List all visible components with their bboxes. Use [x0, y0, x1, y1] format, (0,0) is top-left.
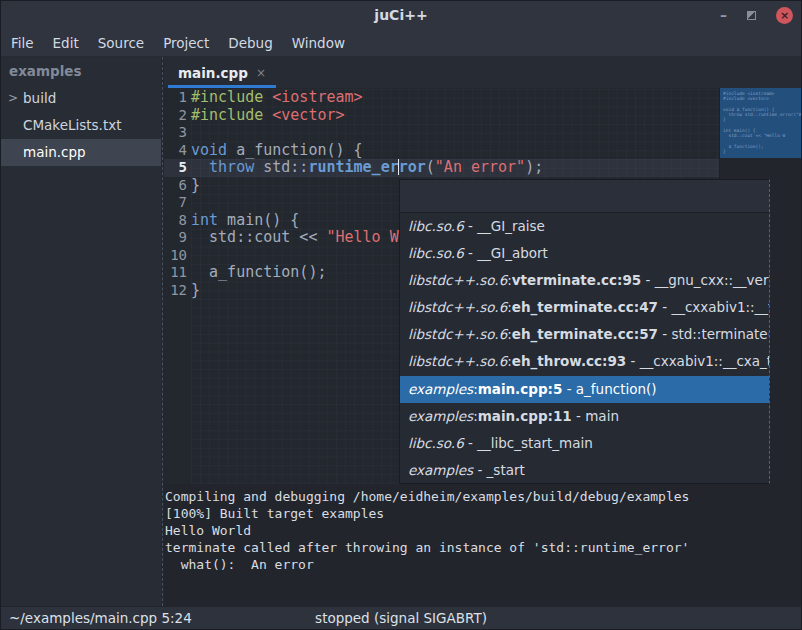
- backtrace-segment: eh_terminate.cc:57: [512, 326, 658, 342]
- backtrace-segment: libc.so.6: [408, 218, 464, 234]
- backtrace-segment: main.cpp:5: [478, 381, 563, 397]
- window-title: juCi++: [1, 1, 801, 29]
- backtrace-item[interactable]: libstdc++.so.6:vterminate.cc:95 - __gnu_…: [400, 267, 769, 294]
- menu-file[interactable]: File: [11, 35, 34, 51]
- terminal-line: terminate called after throwing an insta…: [164, 539, 801, 556]
- code-segment: }: [191, 176, 200, 194]
- code-line[interactable]: #include <vector>: [191, 107, 719, 125]
- chevron-right-icon[interactable]: >: [8, 85, 18, 112]
- project-folder-header: examples: [1, 57, 161, 85]
- line-number: 11: [170, 264, 187, 282]
- code-segment: throw: [209, 158, 254, 176]
- terminal-line: what(): An error: [164, 556, 801, 573]
- file-tree: >buildCMakeLists.txtmain.cpp: [1, 85, 161, 166]
- line-number: 1: [179, 89, 187, 107]
- backtrace-item[interactable]: libc.so.6 - __GI_raise: [400, 213, 769, 240]
- code-segment: [191, 158, 209, 176]
- backtrace-popup: libc.so.6 - __GI_raiselibc.so.6 - __GI_a…: [399, 179, 770, 484]
- tree-item-build[interactable]: >build: [1, 85, 161, 112]
- minimize-button[interactable]: –: [720, 1, 727, 29]
- line-number: 8: [179, 212, 187, 230]
- menu-source[interactable]: Source: [98, 35, 144, 51]
- backtrace-item[interactable]: libc.so.6 - __libc_start_main: [400, 430, 769, 457]
- code-editor[interactable]: 123456789101112 #include <iostream>#incl…: [164, 88, 801, 484]
- window-body: examples >buildCMakeLists.txtmain.cpp ma…: [1, 57, 801, 606]
- backtrace-segment: vterminate.cc:95: [512, 272, 641, 288]
- file-browser-sidebar: examples >buildCMakeLists.txtmain.cpp: [1, 57, 161, 606]
- code-segment: <iostream>: [272, 88, 362, 106]
- close-button[interactable]: ×: [776, 7, 793, 24]
- menu-debug[interactable]: Debug: [228, 35, 272, 51]
- backtrace-item[interactable]: libc.so.6 - __GI_abort: [400, 240, 769, 267]
- code-line[interactable]: [191, 124, 719, 142]
- backtrace-item[interactable]: libstdc++.so.6:eh_throw.cc:93 - __cxxabi…: [400, 348, 769, 375]
- backtrace-segment: libstdc++.so.6: [408, 353, 507, 369]
- tab-main-cpp[interactable]: main.cpp ×: [168, 57, 276, 88]
- code-segment: #include: [191, 88, 272, 106]
- statusbar: ~/examples/main.cpp 5:24 stopped (signal…: [1, 606, 801, 629]
- line-number: 2: [179, 107, 187, 125]
- code-segment: main() {: [218, 211, 299, 229]
- backtrace-segment: examples: [408, 381, 473, 397]
- minimap-line: throw std::runtime_error("An error");: [723, 112, 801, 117]
- line-number: 9: [179, 229, 187, 247]
- backtrace-segment: libstdc++.so.6: [408, 299, 507, 315]
- code-line[interactable]: throw std::runtime_error("An error");: [191, 159, 719, 177]
- code-segment: std::: [254, 158, 308, 176]
- tree-item-label: build: [23, 85, 56, 112]
- backtrace-segment: - __cxxabiv1::__cxa_thro: [626, 353, 769, 369]
- backtrace-item[interactable]: libstdc++.so.6:eh_terminate.cc:47 - __cx…: [400, 294, 769, 321]
- backtrace-segment: main.cpp:11: [478, 408, 572, 424]
- line-number: 5: [179, 159, 187, 177]
- backtrace-segment: eh_throw.cc:93: [512, 353, 626, 369]
- backtrace-segment: libstdc++.so.6: [408, 326, 507, 342]
- code-segment: int: [191, 211, 218, 229]
- backtrace-segment: - __GI_raise: [464, 218, 545, 234]
- code-segment: a_function();: [191, 263, 326, 281]
- menu-window[interactable]: Window: [292, 35, 345, 51]
- tab-close-icon[interactable]: ×: [256, 66, 266, 80]
- line-number: 3: [179, 124, 187, 142]
- line-number: 4: [179, 142, 187, 160]
- code-segment: ror: [399, 158, 426, 176]
- code-segment: );: [525, 158, 543, 176]
- backtrace-segment: - __GI_abort: [464, 245, 548, 261]
- tree-item-label: CMakeLists.txt: [23, 112, 122, 139]
- terminal-panel[interactable]: Compiling and debugging /home/eidheim/ex…: [164, 484, 801, 606]
- restore-button[interactable]: [747, 11, 756, 20]
- backtrace-segment: - a_function(): [562, 381, 656, 397]
- backtrace-segment: - __cxxabiv1::__term: [658, 299, 769, 315]
- editor-pane: main.cpp × 123456789101112 #include <ios…: [164, 57, 801, 606]
- backtrace-segment: - main: [572, 408, 619, 424]
- terminal-line: Hello World: [164, 522, 801, 539]
- titlebar[interactable]: juCi++ – ×: [1, 1, 801, 29]
- minimap-viewport[interactable]: #include <iostream>#include <vector>void…: [720, 88, 801, 158]
- tree-item-main-cpp[interactable]: main.cpp: [1, 139, 161, 166]
- backtrace-segment: examples: [408, 408, 473, 424]
- code-segment: "An error": [435, 158, 525, 176]
- backtrace-item[interactable]: examples:main.cpp:5 - a_function(): [400, 376, 769, 403]
- minimap-line: }: [723, 149, 801, 154]
- juci-window: juCi++ – × FileEditSourceProjectDebugWin…: [0, 0, 802, 630]
- backtrace-item[interactable]: libstdc++.so.6:eh_terminate.cc:57 - std:…: [400, 321, 769, 348]
- code-segment: runtime_er: [308, 158, 398, 176]
- backtrace-segment: examples: [408, 462, 473, 478]
- code-segment: "Hello W: [326, 228, 398, 246]
- tab-label: main.cpp: [178, 65, 248, 81]
- line-number: 12: [170, 282, 187, 300]
- code-segment: }: [191, 281, 200, 299]
- backtrace-segment: - std::terminate(): [658, 326, 769, 342]
- line-number-gutter: 123456789101112: [164, 89, 191, 484]
- menu-project[interactable]: Project: [163, 35, 209, 51]
- backtrace-header[interactable]: [400, 180, 769, 213]
- tree-item-cmakelists-txt[interactable]: CMakeLists.txt: [1, 112, 161, 139]
- code-line[interactable]: #include <iostream>: [191, 89, 719, 107]
- backtrace-segment: libc.so.6: [408, 435, 464, 451]
- code-line[interactable]: void a_function() {: [191, 142, 719, 160]
- backtrace-item[interactable]: examples - _start: [400, 457, 769, 484]
- backtrace-segment: libc.so.6: [408, 245, 464, 261]
- line-number: 7: [179, 194, 187, 212]
- backtrace-segment: eh_terminate.cc:47: [512, 299, 658, 315]
- menu-edit[interactable]: Edit: [53, 35, 79, 51]
- backtrace-item[interactable]: examples:main.cpp:11 - main: [400, 403, 769, 430]
